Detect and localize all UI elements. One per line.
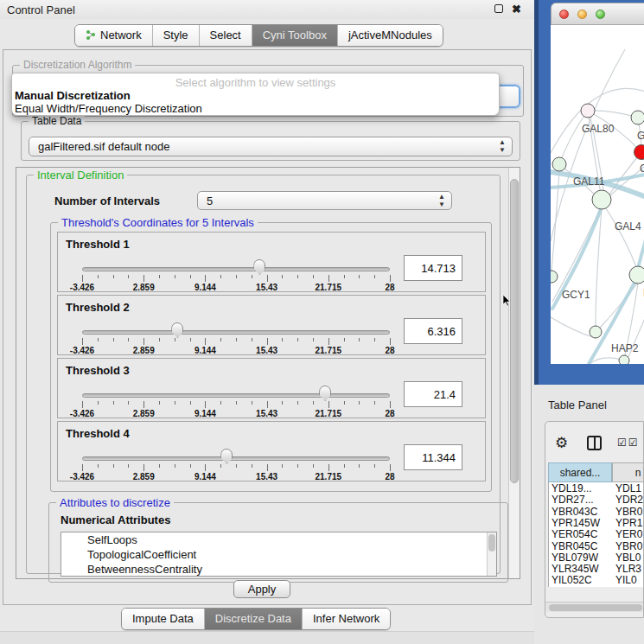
cell-name[interactable]: YDR2	[615, 494, 644, 506]
threshold-value-field[interactable]: 21.4	[404, 381, 462, 407]
cell-name[interactable]: YBL0	[615, 552, 644, 564]
threshold-value-field[interactable]: 6.316	[404, 318, 462, 344]
table-row[interactable]: YLR345WYLR3	[549, 563, 644, 574]
threshold-label: Threshold 2	[66, 301, 130, 314]
cell-shared-name[interactable]: YPR145W	[552, 517, 612, 529]
tab-style[interactable]: Style	[152, 25, 199, 46]
network-edge[interactable]	[606, 208, 636, 267]
float-window-icon[interactable]	[494, 4, 503, 13]
column-header-name[interactable]: n	[612, 462, 644, 482]
tick-mark	[252, 275, 252, 278]
network-edge[interactable]	[552, 207, 602, 302]
tab-jactivemnodules[interactable]: jActiveMNodules	[337, 25, 443, 46]
vertical-scrollbar[interactable]	[508, 168, 520, 578]
network-edge[interactable]	[596, 208, 602, 326]
slider-thumb[interactable]	[319, 386, 331, 401]
network-edge[interactable]	[551, 317, 596, 338]
cell-shared-name[interactable]: YBR045C	[552, 540, 612, 552]
tick-mark	[267, 275, 268, 282]
network-node-hap2[interactable]	[590, 326, 602, 338]
tick-mark	[236, 401, 237, 405]
cell-name[interactable]: YER0	[615, 528, 644, 540]
cell-shared-name[interactable]: YBR043C	[552, 506, 612, 518]
scrollbar-thumb[interactable]	[510, 179, 519, 483]
slider-track[interactable]	[82, 456, 390, 461]
threshold-value-field[interactable]: 11.344	[404, 444, 462, 470]
table-row[interactable]: YPR145WYPR1	[549, 517, 644, 528]
numerical-attributes-label: Numerical Attributes	[61, 513, 170, 526]
table-row[interactable]: YBL079WYBL0	[549, 552, 644, 563]
network-node-gal4[interactable]	[592, 190, 611, 209]
minimize-traffic-light[interactable]	[577, 10, 587, 19]
table-row[interactable]: YBR045CYBR0	[549, 540, 644, 552]
close-icon[interactable]: ✖	[512, 3, 521, 16]
attribute-list-item[interactable]: SelfLoops	[61, 532, 496, 547]
cell-name[interactable]: YPR1	[615, 517, 644, 529]
cell-shared-name[interactable]: YER054C	[552, 528, 612, 540]
attribute-list-item[interactable]: TopologicalCoefficient	[61, 547, 496, 562]
tick-mark	[82, 401, 83, 408]
cell-name[interactable]: YBR0	[615, 540, 644, 552]
network-canvas[interactable]: GAL80GACGAL11GAL4GCY1HHAP2	[551, 25, 644, 364]
tab-impute-data[interactable]: Impute Data	[122, 609, 204, 629]
network-window: GAL80GACGAL11GAL4GCY1HHAP2	[551, 3, 644, 364]
tick-label: 21.715	[307, 283, 350, 292]
column-header-shared-name[interactable]: shared...	[548, 462, 612, 482]
network-node[interactable]	[619, 355, 629, 364]
network-node-gal11[interactable]	[552, 157, 566, 171]
cell-name[interactable]: YDL1	[615, 482, 644, 494]
tab-network[interactable]: Network	[75, 25, 152, 46]
tick-mark	[374, 401, 375, 405]
gear-icon[interactable]: ⚙	[555, 434, 568, 452]
attributes-scrollbar[interactable]	[487, 532, 496, 576]
tab-select[interactable]: Select	[199, 25, 252, 46]
zoom-traffic-light[interactable]	[596, 10, 605, 19]
slider-thumb[interactable]	[171, 322, 183, 338]
cell-shared-name[interactable]: YLR345W	[552, 563, 612, 575]
threshold-value-field[interactable]: 14.713	[404, 255, 462, 281]
network-node-h[interactable]	[629, 266, 644, 284]
tab-cyni-toolbox[interactable]: Cyni Toolbox	[252, 25, 337, 46]
cell-shared-name[interactable]: YIL052C	[552, 574, 612, 586]
network-edge[interactable]	[551, 88, 644, 153]
cell-name[interactable]: YBR0	[615, 506, 644, 518]
slider-track[interactable]	[82, 330, 390, 335]
network-node-ga[interactable]	[631, 111, 644, 124]
cell-name[interactable]: YIL0	[615, 574, 644, 586]
cell-shared-name[interactable]: YDL19...	[552, 482, 612, 494]
attribute-list-item[interactable]: BetweennessCentrality	[61, 562, 496, 577]
network-node-gal80[interactable]	[581, 104, 595, 118]
table-row[interactable]: YDR27...YDR2	[549, 494, 644, 505]
scrollbar-thumb[interactable]	[549, 604, 642, 611]
panel-title: Control Panel	[7, 3, 75, 16]
table-row[interactable]: YER054CYER0	[549, 528, 644, 539]
checkboxes-icon[interactable]: ☑☑	[617, 437, 640, 449]
network-edge[interactable]	[588, 111, 638, 118]
table-row[interactable]: YBR043CYBR0	[549, 506, 644, 517]
slider-track[interactable]	[82, 267, 390, 271]
slider-thumb[interactable]	[220, 449, 233, 464]
algorithm-option-2[interactable]: Equal Width/Frequency Discretization	[15, 102, 498, 115]
scrollbar-thumb[interactable]	[488, 534, 495, 552]
cell-name[interactable]: YLR3	[615, 563, 644, 575]
tab-infer-network[interactable]: Infer Network	[302, 609, 390, 629]
close-traffic-light[interactable]	[559, 10, 569, 19]
slider-track[interactable]	[82, 393, 390, 398]
network-node-gcy1[interactable]	[551, 271, 558, 283]
table-data-combo[interactable]: galFiltered.sif default node ▲▼	[29, 137, 513, 156]
cell-shared-name[interactable]: YDR27...	[552, 494, 612, 506]
network-node-c[interactable]	[634, 145, 644, 160]
tab-discretize-data[interactable]: Discretize Data	[204, 609, 302, 629]
table-row[interactable]: YIL052CYIL0	[549, 574, 644, 585]
network-window-titlebar[interactable]	[551, 3, 644, 25]
table-row[interactable]: YDL19...YDL1	[549, 482, 644, 494]
slider-thumb[interactable]	[253, 259, 265, 275]
columns-icon[interactable]	[587, 436, 602, 450]
algorithm-option-1[interactable]: Manual Discretization	[15, 89, 498, 102]
apply-button[interactable]: Apply	[233, 580, 290, 598]
cell-shared-name[interactable]: YBL079W	[552, 552, 612, 564]
number-of-intervals-combo[interactable]: 5 ▲▼	[197, 191, 452, 210]
network-view-frame[interactable]: GAL80GACGAL11GAL4GCY1HHAP2	[534, 0, 644, 385]
network-edge[interactable]	[551, 49, 625, 241]
horizontal-scrollbar[interactable]	[545, 602, 644, 612]
